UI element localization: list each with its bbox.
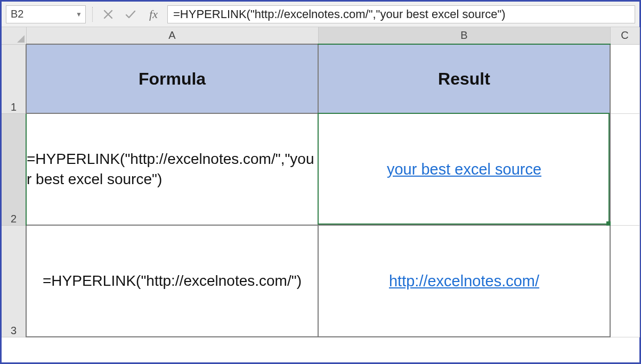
- cell-c3[interactable]: [610, 225, 639, 337]
- column-header-label: C: [621, 29, 628, 41]
- hyperlink[interactable]: your best excel source: [387, 161, 541, 178]
- enter-formula-button[interactable]: [121, 5, 140, 23]
- hyperlink[interactable]: http://excelnotes.com/: [389, 272, 539, 289]
- separator: [92, 7, 93, 22]
- row-header-label: 1: [11, 101, 17, 113]
- column-header-b[interactable]: B: [318, 27, 610, 44]
- formula-input-value: =HYPERLINK("http://excelnotes.com/","you…: [173, 7, 506, 21]
- cell-b3[interactable]: http://excelnotes.com/: [318, 225, 610, 337]
- insert-function-button[interactable]: fx: [144, 7, 163, 21]
- name-box[interactable]: B2 ▼: [6, 5, 86, 23]
- row-header-3[interactable]: 3: [2, 225, 26, 337]
- column-header-label: A: [168, 29, 175, 41]
- fx-icon: fx: [149, 7, 158, 21]
- row-header-2[interactable]: 2: [2, 113, 26, 225]
- row-header-1[interactable]: 1: [2, 44, 26, 113]
- select-all-corner[interactable]: [2, 27, 26, 44]
- row-header-label: 2: [11, 213, 17, 225]
- column-header-c[interactable]: C: [610, 27, 639, 44]
- row-header-label: 3: [11, 325, 17, 336]
- app-frame: B2 ▼ fx =HYPERLINK("http://excelnotes.co…: [0, 0, 641, 364]
- cell-c2[interactable]: [610, 113, 639, 225]
- cancel-formula-button[interactable]: [99, 5, 117, 23]
- cell-value: Formula: [139, 69, 206, 88]
- cell-value: =HYPERLINK("http://excelnotes.com/","you…: [27, 149, 318, 189]
- cell-a3[interactable]: =HYPERLINK("http://excelnotes.com/"): [26, 225, 318, 337]
- cell-a1[interactable]: Formula: [26, 44, 318, 113]
- chevron-down-icon[interactable]: ▼: [76, 11, 82, 18]
- cell-value: =HYPERLINK("http://excelnotes.com/"): [27, 271, 318, 291]
- formula-bar: B2 ▼ fx =HYPERLINK("http://excelnotes.co…: [2, 2, 639, 27]
- cell-a2[interactable]: =HYPERLINK("http://excelnotes.com/","you…: [26, 113, 318, 225]
- cell-c1[interactable]: [610, 44, 639, 113]
- formula-input[interactable]: =HYPERLINK("http://excelnotes.com/","you…: [167, 5, 635, 23]
- column-header-a[interactable]: A: [26, 27, 318, 44]
- check-icon: [125, 9, 136, 20]
- column-header-label: B: [460, 29, 467, 41]
- name-box-value: B2: [11, 8, 23, 20]
- spreadsheet-grid[interactable]: A B C 1 Formula Result 2 =HYPERLINK("htt…: [2, 27, 639, 362]
- cell-b2[interactable]: your best excel source: [318, 113, 610, 225]
- cell-b1[interactable]: Result: [318, 44, 610, 113]
- close-icon: [103, 9, 113, 20]
- cell-value: Result: [438, 69, 490, 88]
